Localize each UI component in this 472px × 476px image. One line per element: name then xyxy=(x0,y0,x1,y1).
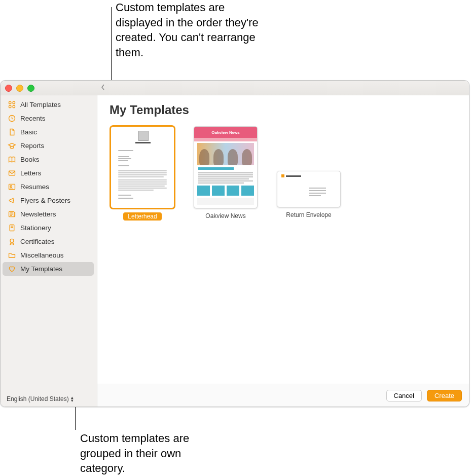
sidebar-item-label: All Templates xyxy=(20,101,61,108)
page-title: My Templates xyxy=(110,103,457,117)
template-item-oakview-news[interactable]: Oakview News xyxy=(193,126,259,219)
template-name: Oakview News xyxy=(205,212,245,219)
minimize-window-button[interactable] xyxy=(16,85,23,92)
template-item-return-envelope[interactable]: Return Envelope xyxy=(276,126,342,218)
template-thumbnail xyxy=(111,126,174,208)
stationery-icon xyxy=(8,224,16,232)
close-window-button[interactable] xyxy=(5,85,12,92)
envelope-icon xyxy=(8,169,16,177)
sidebar-item-label: My Templates xyxy=(20,265,62,273)
sidebar-item-label: Reports xyxy=(20,142,44,150)
sidebar-item-basic[interactable]: Basic xyxy=(3,125,94,139)
updown-chevron-icon: ▴▾ xyxy=(71,396,74,402)
sidebar-item-label: Basic xyxy=(20,128,37,136)
create-button[interactable]: Create xyxy=(427,390,462,401)
titlebar xyxy=(1,81,469,95)
sidebar-item-flyers-posters[interactable]: Flyers & Posters xyxy=(3,194,94,207)
sidebar-item-all-templates[interactable]: All Templates xyxy=(3,98,94,112)
sidebar-item-label: Miscellaneous xyxy=(20,251,64,259)
svg-rect-2 xyxy=(9,105,11,107)
template-chooser-window: All Templates Recents Basic Reports Book xyxy=(0,80,469,407)
sidebar-list: All Templates Recents Basic Reports Book xyxy=(1,98,97,407)
template-name: Return Envelope xyxy=(286,211,331,218)
ribbon-icon xyxy=(8,237,16,246)
template-item-letterhead[interactable]: Letterhead xyxy=(110,126,175,221)
graduation-cap-icon xyxy=(8,141,16,150)
newspaper-icon xyxy=(8,210,16,218)
megaphone-icon xyxy=(8,196,16,205)
heart-icon xyxy=(8,265,16,273)
sidebar-item-miscellaneous[interactable]: Miscellaneous xyxy=(3,248,94,262)
sidebar-item-newsletters[interactable]: Newsletters xyxy=(3,207,94,221)
templates-grid: Letterhead Oakview News xyxy=(110,126,457,221)
sidebar-item-label: Newsletters xyxy=(20,210,56,218)
back-chevron-icon[interactable] xyxy=(100,84,105,92)
sidebar-item-label: Books xyxy=(20,156,40,163)
callout-top: Custom templates are displayed in the or… xyxy=(116,0,268,60)
sidebar-item-my-templates[interactable]: My Templates xyxy=(3,262,94,276)
sidebar-item-certificates[interactable]: Certificates xyxy=(3,235,94,248)
newsletter-banner: Oakview News xyxy=(194,127,257,138)
sidebar-item-label: Recents xyxy=(20,115,46,122)
cancel-button[interactable]: Cancel xyxy=(386,390,422,401)
svg-rect-5 xyxy=(9,171,15,175)
window-controls xyxy=(5,85,34,92)
sidebar-item-resumes[interactable]: Resumes xyxy=(3,180,94,194)
book-icon xyxy=(8,155,16,164)
svg-point-10 xyxy=(10,239,14,242)
sidebar-item-label: Resumes xyxy=(20,183,49,191)
content-area: My Templates xyxy=(97,95,469,384)
template-name: Letterhead xyxy=(123,212,161,221)
svg-rect-9 xyxy=(10,225,14,231)
svg-point-7 xyxy=(10,186,12,187)
sidebar-item-reports[interactable]: Reports xyxy=(3,139,94,153)
sidebar-item-recents[interactable]: Recents xyxy=(3,112,94,125)
sidebar-item-label: Letters xyxy=(20,169,41,177)
svg-rect-1 xyxy=(13,102,15,104)
dialog-footer: Cancel Create xyxy=(97,384,469,407)
sidebar-item-books[interactable]: Books xyxy=(3,153,94,166)
sidebar-item-label: Stationery xyxy=(20,224,51,232)
sidebar-item-letters[interactable]: Letters xyxy=(3,166,94,180)
callout-bottom: Custom templates are grouped in their ow… xyxy=(80,431,212,476)
person-card-icon xyxy=(8,182,16,191)
folder-icon xyxy=(8,251,16,260)
sidebar-item-label: Certificates xyxy=(20,238,55,245)
template-thumbnail xyxy=(277,171,341,207)
sidebar-item-label: Flyers & Posters xyxy=(20,197,70,204)
template-thumbnail: Oakview News xyxy=(194,126,258,208)
svg-rect-3 xyxy=(13,105,15,107)
document-icon xyxy=(8,128,16,136)
svg-rect-0 xyxy=(9,102,11,104)
main-pane: My Templates xyxy=(97,81,469,407)
sidebar: All Templates Recents Basic Reports Book xyxy=(1,81,97,407)
sidebar-item-stationery[interactable]: Stationery xyxy=(3,221,94,235)
language-label: English (United States) xyxy=(7,395,69,402)
grid-icon xyxy=(8,100,16,109)
language-popup[interactable]: English (United States) ▴▾ xyxy=(4,394,77,404)
clock-icon xyxy=(8,114,16,123)
zoom-window-button[interactable] xyxy=(27,85,34,92)
